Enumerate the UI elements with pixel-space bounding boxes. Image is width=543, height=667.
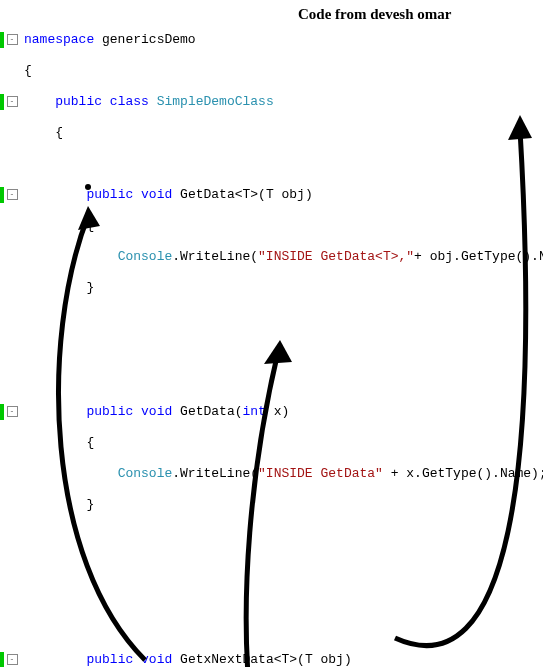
code-line: { (24, 125, 543, 141)
annotation-title: Code from devesh omar (298, 6, 451, 23)
code-line (24, 621, 543, 637)
code-line: namespace genericsDemo (24, 32, 543, 48)
code-line: { (24, 218, 543, 234)
fold-icon[interactable]: - (7, 189, 18, 200)
code-line: public void GetData(int x) (24, 404, 543, 420)
code-line: Console.WriteLine("INSIDE GetData" + x.G… (24, 466, 543, 482)
code-line: public void GetxNextData<T>(T obj) (24, 652, 543, 667)
code-line: } (24, 497, 543, 513)
code-line: public void GetData<T>(T obj) (24, 187, 543, 203)
code-line: { (24, 435, 543, 451)
fold-icon[interactable]: - (7, 654, 18, 665)
fold-icon[interactable]: - (7, 34, 18, 45)
code-line (24, 311, 543, 327)
code-editor: -namespace genericsDemo { - public class… (0, 0, 543, 667)
code-line (24, 342, 543, 358)
code-line (24, 590, 543, 606)
fold-icon[interactable]: - (7, 96, 18, 107)
fold-icon[interactable]: - (7, 406, 18, 417)
code-line (24, 156, 543, 172)
code-line: Console.WriteLine("INSIDE GetData<T>,"+ … (24, 249, 543, 265)
code-line: } (24, 280, 543, 296)
code-line (24, 528, 543, 544)
code-line: public class SimpleDemoClass (24, 94, 543, 110)
code-line (24, 559, 543, 575)
code-line (24, 373, 543, 389)
code-line: { (24, 63, 543, 79)
